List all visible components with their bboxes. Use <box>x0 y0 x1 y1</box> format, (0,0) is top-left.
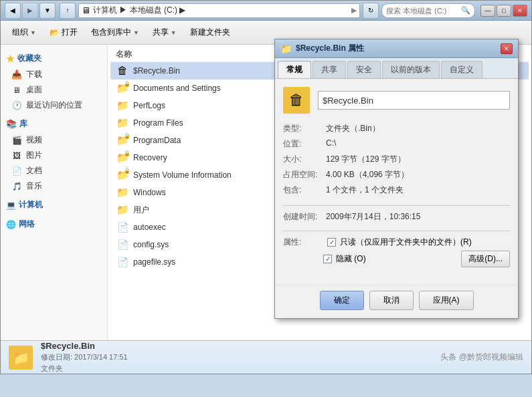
ok-button[interactable]: 确定 <box>320 291 364 310</box>
sidebar-item-pictures[interactable]: 🖼 图片 <box>1 148 107 163</box>
sidebar-item-video[interactable]: 🎬 视频 <box>1 132 107 148</box>
attr-row-readonly: 属性: 只读（仅应用于文件夹中的文件）(R) <box>283 237 510 248</box>
status-info: $Recycle.Bin 修改日期: 2017/3/14 17:51 文件夹 <box>41 341 128 374</box>
library-header[interactable]: 📚 库 <box>1 116 107 132</box>
favorites-header[interactable]: ★ 收藏夹 <box>1 50 107 67</box>
dialog-properties: 类型: 文件夹（.Bin） 位置: C:\ 大小: 129 字节（129 字节）… <box>283 123 510 196</box>
downloads-icon: 📥 <box>11 70 22 80</box>
network-section: 🌐 网络 <box>1 216 107 233</box>
documents-icon: 📄 <box>11 166 22 176</box>
hidden-checkbox[interactable] <box>323 255 332 263</box>
search-bar[interactable]: 🔍 <box>381 3 475 18</box>
users-name: 用户 <box>133 205 149 216</box>
tab-previous-versions[interactable]: 以前的版本 <box>382 61 440 78</box>
address-bar[interactable]: 🖥 计算机 ▶ 本地磁盘 (C:) ▶ ▶ <box>78 3 360 18</box>
created-label: 创建时间: <box>283 211 323 223</box>
sidebar-item-desktop[interactable]: 🖥 桌面 <box>1 82 107 98</box>
watermark: 头条 @黔货郎视频编辑 <box>440 352 523 363</box>
readonly-checkbox[interactable] <box>327 238 336 247</box>
dialog-tabs: 常规 共享 安全 以前的版本 自定义 <box>275 58 518 79</box>
share-label: 共享 <box>153 27 169 38</box>
windows-icon: 📁 <box>116 186 129 199</box>
recycle-bin-icon: 🗑 <box>116 64 129 78</box>
prop-disksize-value: 4.00 KB（4,096 字节） <box>326 169 510 180</box>
programdata-name: ProgramData <box>133 136 181 145</box>
attr-row-hidden: 隐藏 (O) 高级(D)... <box>323 251 510 267</box>
library-label: 库 <box>19 118 27 130</box>
advanced-button[interactable]: 高级(D)... <box>461 251 510 267</box>
prop-row-type: 类型: 文件夹（.Bin） <box>283 123 510 134</box>
minimize-button[interactable]: — <box>480 5 495 17</box>
readonly-label: 只读（仅应用于文件夹中的文件）(R) <box>340 237 472 248</box>
library-section: 📚 库 🎬 视频 🖼 图片 📄 文档 🎵 音乐 <box>1 116 107 194</box>
sidebar-item-documents[interactable]: 📄 文档 <box>1 163 107 178</box>
status-bar: 📁 $Recycle.Bin 修改日期: 2017/3/14 17:51 文件夹… <box>1 340 531 374</box>
apply-button[interactable]: 应用(A) <box>419 291 474 310</box>
prop-location-label: 位置: <box>283 138 323 150</box>
dialog-content: 🗑 $Recycle.Bin 类型: 文件夹（.Bin） 位置: C:\ 大小: <box>275 79 518 285</box>
sidebar-item-music[interactable]: 🎵 音乐 <box>1 178 107 194</box>
maximize-button[interactable]: □ <box>497 5 511 17</box>
include-library-button[interactable]: 包含到库中 ▼ <box>85 23 145 41</box>
new-folder-button[interactable]: 新建文件夹 <box>184 23 236 41</box>
prop-row-disksize: 占用空间: 4.00 KB（4,096 字节） <box>283 169 510 180</box>
pagefile-sys-name: pagefile.sys <box>133 257 175 267</box>
documents-settings-name: Documents and Settings <box>133 84 221 93</box>
status-type: 文件夹 <box>41 364 128 374</box>
dialog-close-button[interactable]: ✕ <box>501 43 513 54</box>
favorites-label: 收藏夹 <box>17 53 41 64</box>
up-button[interactable]: ↑ <box>60 3 76 19</box>
nav-buttons: ◀ ▶ ▼ ↑ <box>5 3 76 19</box>
pagefile-sys-icon: 📄 <box>116 255 129 269</box>
prop-type-value: 文件夹（.Bin） <box>326 123 510 134</box>
refresh-button[interactable]: ↻ <box>363 3 379 19</box>
close-button[interactable]: ✕ <box>513 5 527 17</box>
created-value: 2009年7月14日，10:36:15 <box>326 211 510 223</box>
organize-button[interactable]: 组织 ▼ <box>6 23 42 41</box>
documents-label: 文档 <box>26 165 42 176</box>
status-file-icon: 📁 <box>9 346 33 370</box>
share-button[interactable]: 共享 ▼ <box>147 23 183 41</box>
forward-button[interactable]: ▶ <box>22 3 38 19</box>
back-button[interactable]: ◀ <box>5 3 21 19</box>
video-label: 视频 <box>26 134 42 146</box>
sidebar-item-recent[interactable]: 🕐 最近访问的位置 <box>1 98 107 113</box>
open-button[interactable]: 📂 打开 <box>43 23 84 41</box>
dialog-filename-box: $Recycle.Bin <box>318 91 510 110</box>
config-sys-icon: 📄 <box>116 238 129 251</box>
recent-button[interactable]: ▼ <box>39 3 56 19</box>
pictures-label: 图片 <box>26 150 42 161</box>
prop-type-label: 类型: <box>283 123 323 134</box>
computer-header[interactable]: 💻 计算机 <box>1 196 107 213</box>
sidebar-item-downloads[interactable]: 📥 下载 <box>1 67 107 82</box>
tab-sharing[interactable]: 共享 <box>313 61 346 78</box>
dialog-footer: 确定 取消 应用(A) <box>275 285 518 318</box>
dialog-header: 🗑 $Recycle.Bin <box>283 87 510 114</box>
attrs-label: 属性: <box>283 237 323 248</box>
status-modified: 修改日期: 2017/3/14 17:51 <box>41 352 128 362</box>
network-icon: 🌐 <box>6 220 16 229</box>
title-bar: ◀ ▶ ▼ ↑ 🖥 计算机 ▶ 本地磁盘 (C:) ▶ ▶ ↻ 🔍 — □ ✕ <box>1 1 531 21</box>
library-icon: 📚 <box>6 119 17 129</box>
tab-security[interactable]: 安全 <box>347 61 381 78</box>
pictures-icon: 🖼 <box>11 150 22 161</box>
include-library-label: 包含到库中 <box>91 27 131 38</box>
desktop-label: 桌面 <box>26 84 42 96</box>
network-header[interactable]: 🌐 网络 <box>1 216 107 233</box>
prop-size-value: 129 字节（129 字节） <box>326 154 510 165</box>
prop-row-location: 位置: C:\ <box>283 138 510 150</box>
tab-general[interactable]: 常规 <box>278 61 311 78</box>
dialog-title-icon: 📁 <box>280 43 292 54</box>
status-filename: $Recycle.Bin <box>41 341 128 351</box>
tab-customize[interactable]: 自定义 <box>441 61 482 78</box>
autoexec-icon: 📄 <box>116 221 129 234</box>
autoexec-name: autoexec <box>133 223 166 232</box>
search-input[interactable] <box>386 7 458 15</box>
hidden-label: 隐藏 (O) <box>336 253 366 265</box>
open-icon: 📂 <box>50 28 60 37</box>
windows-name: Windows <box>133 188 166 197</box>
cancel-button[interactable]: 取消 <box>369 291 414 310</box>
dialog-file-icon: 🗑 <box>283 87 310 114</box>
desktop-icon: 🖥 <box>11 85 22 96</box>
organize-label: 组织 <box>12 27 28 38</box>
